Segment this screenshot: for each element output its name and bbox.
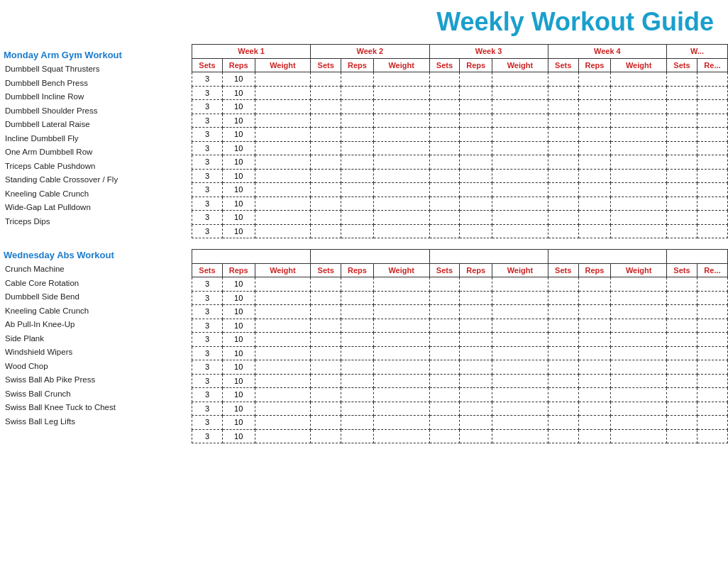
weight-cell[interactable] (255, 277, 311, 292)
sets-cell[interactable]: 3 (192, 72, 223, 87)
sets-cell[interactable]: 3 (192, 346, 223, 360)
weight-cell[interactable] (255, 72, 311, 87)
sets-cell-5[interactable] (667, 224, 697, 238)
weight-cell[interactable] (611, 360, 667, 375)
sets-cell-5[interactable] (667, 155, 697, 170)
weight-cell[interactable] (492, 305, 548, 319)
weight-cell[interactable] (492, 360, 548, 375)
reps-cell[interactable]: 10 (222, 346, 255, 360)
reps-cell[interactable]: 10 (222, 388, 255, 402)
sets-cell[interactable] (311, 183, 341, 197)
weight-cell[interactable] (611, 211, 667, 225)
weight-cell[interactable] (611, 291, 667, 305)
reps-cell[interactable]: 10 (222, 360, 255, 375)
weight-cell[interactable] (255, 319, 311, 333)
sets-cell[interactable] (548, 291, 578, 305)
reps-cell[interactable] (578, 374, 611, 388)
reps-cell[interactable] (460, 197, 492, 211)
reps-cell[interactable] (460, 346, 492, 360)
weight-cell[interactable] (255, 100, 311, 114)
reps-cell[interactable]: 10 (222, 429, 255, 443)
reps-cell[interactable] (341, 346, 374, 360)
reps-cell[interactable]: 10 (222, 333, 255, 347)
sets-cell[interactable] (429, 402, 460, 416)
reps-cell[interactable]: 10 (222, 114, 255, 128)
reps-cell[interactable] (578, 141, 611, 155)
weight-cell[interactable] (611, 128, 667, 142)
sets-cell-5[interactable] (667, 360, 697, 375)
reps-cell[interactable] (460, 402, 492, 416)
reps-cell-5[interactable] (697, 305, 727, 319)
reps-cell[interactable] (460, 319, 492, 333)
reps-cell[interactable] (460, 72, 492, 87)
reps-cell[interactable] (341, 141, 374, 155)
reps-cell-5[interactable] (697, 429, 727, 443)
weight-cell[interactable] (492, 402, 548, 416)
reps-cell[interactable] (341, 388, 374, 402)
reps-cell[interactable]: 10 (222, 291, 255, 305)
reps-cell[interactable]: 10 (222, 72, 255, 87)
sets-cell[interactable] (548, 360, 578, 375)
sets-cell[interactable] (429, 72, 460, 87)
weight-cell[interactable] (492, 333, 548, 347)
reps-cell[interactable]: 10 (222, 319, 255, 333)
weight-cell[interactable] (255, 333, 311, 347)
sets-cell[interactable] (548, 197, 578, 211)
weight-cell[interactable] (492, 319, 548, 333)
weight-cell[interactable] (373, 360, 429, 375)
sets-cell[interactable] (548, 333, 578, 347)
sets-cell[interactable] (429, 360, 460, 375)
sets-cell[interactable] (548, 211, 578, 225)
weight-cell[interactable] (255, 291, 311, 305)
reps-cell[interactable] (578, 416, 611, 430)
reps-cell[interactable]: 10 (222, 402, 255, 416)
sets-cell[interactable] (311, 86, 341, 100)
reps-cell-5[interactable] (697, 291, 727, 305)
weight-cell[interactable] (255, 416, 311, 430)
reps-cell[interactable] (578, 72, 611, 87)
reps-cell[interactable]: 10 (222, 141, 255, 155)
reps-cell[interactable] (341, 291, 374, 305)
reps-cell-5[interactable] (697, 319, 727, 333)
sets-cell[interactable] (311, 155, 341, 170)
sets-cell[interactable] (429, 416, 460, 430)
sets-cell-5[interactable] (667, 291, 697, 305)
sets-cell-5[interactable] (667, 277, 697, 292)
sets-cell[interactable] (311, 319, 341, 333)
reps-cell[interactable]: 10 (222, 224, 255, 238)
weight-cell[interactable] (611, 155, 667, 170)
reps-cell[interactable] (578, 291, 611, 305)
weight-cell[interactable] (255, 169, 311, 183)
sets-cell[interactable] (548, 402, 578, 416)
reps-cell-5[interactable] (697, 141, 727, 155)
sets-cell[interactable] (311, 360, 341, 375)
sets-cell[interactable] (429, 224, 460, 238)
reps-cell[interactable]: 10 (222, 416, 255, 430)
sets-cell[interactable]: 3 (192, 360, 223, 375)
reps-cell[interactable] (460, 100, 492, 114)
weight-cell[interactable] (492, 346, 548, 360)
weight-cell[interactable] (255, 86, 311, 100)
sets-cell[interactable]: 3 (192, 305, 223, 319)
sets-cell-5[interactable] (667, 211, 697, 225)
sets-cell[interactable] (548, 319, 578, 333)
sets-cell[interactable] (429, 128, 460, 142)
reps-cell[interactable] (578, 183, 611, 197)
weight-cell[interactable] (373, 429, 429, 443)
reps-cell-5[interactable] (697, 374, 727, 388)
reps-cell[interactable] (341, 277, 374, 292)
weight-cell[interactable] (255, 128, 311, 142)
sets-cell[interactable] (429, 183, 460, 197)
sets-cell[interactable] (429, 141, 460, 155)
reps-cell[interactable] (341, 86, 374, 100)
reps-cell-5[interactable] (697, 72, 727, 87)
sets-cell-5[interactable] (667, 141, 697, 155)
sets-cell[interactable] (548, 72, 578, 87)
sets-cell[interactable]: 3 (192, 224, 223, 238)
reps-cell[interactable]: 10 (222, 183, 255, 197)
weight-cell[interactable] (492, 128, 548, 142)
sets-cell[interactable] (311, 211, 341, 225)
weight-cell[interactable] (611, 141, 667, 155)
weight-cell[interactable] (255, 402, 311, 416)
reps-cell[interactable] (578, 388, 611, 402)
